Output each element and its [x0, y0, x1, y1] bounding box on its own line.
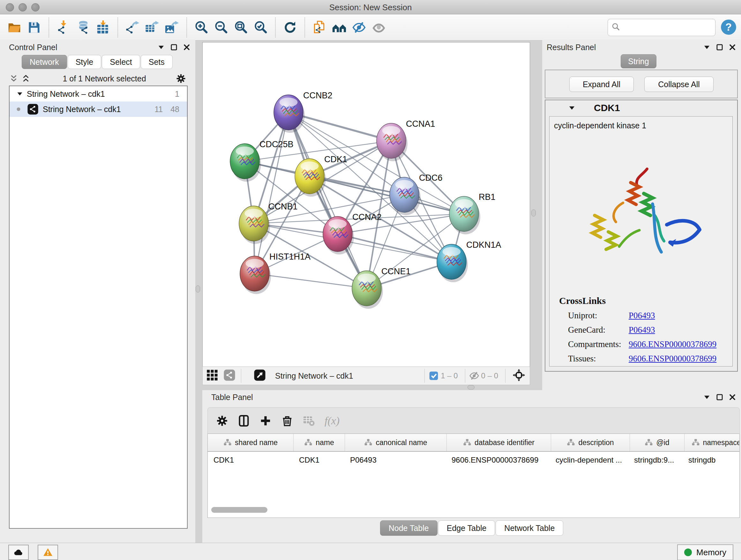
- fit-selected-crosshair-icon[interactable]: [513, 369, 527, 383]
- tab-select[interactable]: Select: [102, 55, 140, 69]
- network-view-title: String Network – cdk1: [275, 371, 421, 381]
- control-panel-tabs: Network Style Select Sets: [22, 55, 173, 69]
- import-network-database-icon[interactable]: [75, 19, 91, 36]
- panel-menu-icon[interactable]: [157, 43, 165, 51]
- network-options-gear-icon[interactable]: [176, 73, 186, 84]
- network-status-dot-icon: [15, 105, 22, 113]
- svg-text:CCNA1: CCNA1: [406, 119, 435, 129]
- column-header[interactable]: namespace: [684, 434, 740, 451]
- tab-sets[interactable]: Sets: [141, 55, 173, 69]
- column-header[interactable]: @id: [630, 434, 684, 451]
- crosslink-genecard[interactable]: P06493: [629, 325, 655, 335]
- table-cell[interactable]: P06493: [344, 455, 446, 464]
- show-all-icon[interactable]: [370, 19, 387, 36]
- zoom-fit-icon[interactable]: [232, 19, 249, 36]
- network-thumbnail-icon[interactable]: [223, 369, 237, 383]
- hide-selected-icon[interactable]: [351, 19, 367, 36]
- splitter-handle[interactable]: [531, 209, 536, 216]
- close-panel-icon[interactable]: [728, 43, 737, 51]
- svg-text:CDC25B: CDC25B: [259, 139, 293, 149]
- warnings-button[interactable]: [38, 545, 58, 560]
- float-panel-icon[interactable]: [716, 393, 724, 401]
- table-cell[interactable]: stringdb:9...: [628, 455, 683, 464]
- expand-collection-icon[interactable]: [16, 90, 23, 98]
- add-column-icon[interactable]: [258, 414, 273, 428]
- hidden-eye-icon[interactable]: [469, 371, 479, 381]
- table-cell[interactable]: 9606.ENSP00000378699: [446, 455, 550, 464]
- svg-text:CDC6: CDC6: [419, 173, 443, 183]
- save-session-icon[interactable]: [26, 19, 43, 36]
- table-cell[interactable]: stringdb: [683, 455, 740, 464]
- network-canvas[interactable]: CCNB2CCNA1CDC25BCDK1CDC6RB1CCNB1CCNA2CDK…: [202, 42, 530, 367]
- open-session-icon[interactable]: [6, 19, 23, 36]
- refresh-view-icon[interactable]: [282, 19, 298, 36]
- zoom-out-icon[interactable]: [213, 19, 229, 36]
- column-header[interactable]: name: [293, 434, 345, 451]
- table-row[interactable]: CDK1CDK1P064939606.ENSP00000378699cyclin…: [208, 452, 739, 469]
- tab-string[interactable]: String: [621, 54, 657, 68]
- float-panel-icon[interactable]: [716, 43, 724, 51]
- gene-description: cyclin-dependent kinase 1: [554, 121, 732, 130]
- protein-structure-image: [562, 152, 716, 286]
- expand-all-button[interactable]: Expand All: [569, 77, 634, 92]
- crosslinks-section: CrossLinks Uniprot:P06493 GeneCard:P0649…: [559, 295, 729, 367]
- column-header[interactable]: canonical name: [345, 434, 447, 451]
- table-cell[interactable]: CDK1: [293, 455, 344, 464]
- memory-button[interactable]: Memory: [677, 544, 733, 560]
- crosslink-compartments[interactable]: 9606.ENSP00000378699: [629, 339, 717, 349]
- column-header[interactable]: shared name: [208, 434, 293, 451]
- table-cell[interactable]: cyclin-dependent ...: [550, 455, 628, 464]
- splitter-handle[interactable]: [196, 286, 200, 293]
- collapse-all-button[interactable]: Collapse All: [644, 77, 714, 92]
- search-box[interactable]: [608, 19, 716, 36]
- selected-checkbox-icon[interactable]: [428, 371, 439, 381]
- clone-network-icon[interactable]: [311, 19, 328, 36]
- panel-menu-icon[interactable]: [703, 393, 711, 401]
- first-neighbors-icon[interactable]: [331, 19, 347, 36]
- splitter-handle[interactable]: [468, 385, 475, 389]
- zoom-selected-icon[interactable]: [253, 19, 269, 36]
- column-header[interactable]: database identifier: [447, 434, 551, 451]
- show-columns-icon[interactable]: [237, 414, 251, 428]
- network-collection-row[interactable]: String Network – cdk1 1: [10, 86, 187, 102]
- birdseye-grid-icon[interactable]: [206, 369, 220, 383]
- tab-network-table[interactable]: Network Table: [495, 520, 563, 536]
- tab-network[interactable]: Network: [22, 55, 67, 69]
- collapse-all-icon[interactable]: [9, 74, 18, 83]
- cloud-services-button[interactable]: [8, 545, 29, 560]
- expand-all-icon[interactable]: [21, 74, 30, 83]
- collapse-gene-icon[interactable]: [568, 104, 576, 112]
- close-panel-icon[interactable]: [728, 393, 737, 401]
- close-panel-icon[interactable]: [183, 43, 191, 51]
- detach-view-icon[interactable]: [253, 369, 267, 383]
- horizontal-scrollbar[interactable]: [211, 507, 267, 513]
- table-panel: Table Panel f(x) shared namenamecanonica…: [202, 390, 741, 543]
- crosslink-tissues[interactable]: 9606.ENSP00000378699: [629, 354, 717, 364]
- window-title: Session: New Session: [0, 3, 741, 12]
- crosslink-uniprot[interactable]: P06493: [629, 311, 655, 320]
- network-graph[interactable]: CCNB2CCNA1CDC25BCDK1CDC6RB1CCNB1CCNA2CDK…: [203, 43, 530, 367]
- main-toolbar: ?: [0, 14, 741, 41]
- table-options-gear-icon[interactable]: [215, 414, 229, 428]
- export-network-icon[interactable]: [124, 19, 141, 36]
- float-panel-icon[interactable]: [170, 43, 178, 51]
- export-image-icon[interactable]: [164, 19, 180, 36]
- search-input[interactable]: [623, 23, 724, 32]
- svg-text:CCNE1: CCNE1: [381, 266, 411, 276]
- network-row[interactable]: String Network – cdk1 11 48: [10, 102, 187, 117]
- export-table-icon[interactable]: [144, 19, 160, 36]
- node-table[interactable]: shared namenamecanonical namedatabase id…: [207, 434, 740, 518]
- tab-style[interactable]: Style: [68, 55, 102, 69]
- help-button[interactable]: ?: [720, 19, 737, 36]
- gene-header-row[interactable]: CDK1: [545, 100, 737, 116]
- import-network-file-icon[interactable]: [55, 19, 72, 36]
- zoom-in-icon[interactable]: [193, 19, 210, 36]
- delete-column-icon[interactable]: [280, 414, 294, 428]
- status-bar: Memory: [0, 543, 741, 560]
- tab-node-table[interactable]: Node Table: [380, 520, 437, 536]
- tab-edge-table[interactable]: Edge Table: [438, 520, 495, 536]
- table-cell[interactable]: CDK1: [208, 455, 293, 464]
- import-table-icon[interactable]: [95, 19, 111, 36]
- column-header[interactable]: description: [551, 434, 630, 451]
- panel-menu-icon[interactable]: [703, 43, 711, 51]
